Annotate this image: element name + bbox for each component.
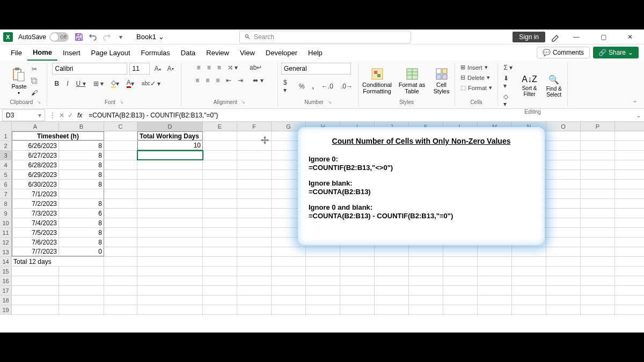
cell[interactable]: [546, 305, 581, 314]
toggle-switch[interactable]: Off: [49, 32, 69, 42]
bold-button[interactable]: B: [52, 79, 61, 88]
cell[interactable]: [272, 305, 306, 314]
maximize-button[interactable]: ▢: [592, 29, 614, 45]
cell[interactable]: [512, 247, 546, 256]
cell[interactable]: [104, 305, 137, 314]
row-header[interactable]: 18: [0, 295, 12, 305]
find-select-button[interactable]: 🔍 Find & Select: [544, 75, 564, 98]
cell[interactable]: [237, 295, 272, 305]
cell[interactable]: [443, 257, 478, 266]
cell[interactable]: [59, 295, 104, 305]
cell[interactable]: [104, 170, 137, 179]
cell[interactable]: 7/3/2023: [12, 209, 59, 218]
cell[interactable]: [237, 218, 272, 227]
row-header[interactable]: 8: [0, 199, 12, 208]
cell[interactable]: [237, 305, 272, 314]
cell[interactable]: [137, 199, 203, 208]
cut-icon[interactable]: ✂: [29, 64, 40, 74]
orientation-icon[interactable]: ⤭ ▾: [225, 63, 240, 72]
tab-data[interactable]: Data: [175, 46, 201, 60]
row-header[interactable]: 6: [0, 180, 12, 189]
cell[interactable]: [546, 228, 581, 237]
cell[interactable]: [104, 286, 137, 295]
search-input[interactable]: 🔍︎ Search: [239, 31, 411, 43]
cell[interactable]: [104, 267, 137, 276]
paste-button[interactable]: Paste ▾: [11, 67, 26, 95]
cell[interactable]: 8: [59, 160, 104, 169]
row-header[interactable]: 15: [0, 267, 12, 276]
cell[interactable]: [306, 286, 340, 295]
cell[interactable]: [237, 247, 272, 256]
cell[interactable]: [237, 209, 272, 218]
cell[interactable]: [409, 276, 443, 285]
row-header[interactable]: 11: [0, 228, 12, 237]
cell[interactable]: [59, 189, 104, 198]
col-header[interactable]: O: [546, 122, 581, 131]
cell[interactable]: Total 12 days: [12, 257, 104, 266]
cell[interactable]: [237, 189, 272, 198]
format-painter-icon[interactable]: 🖌: [29, 88, 40, 98]
cell[interactable]: [581, 276, 615, 285]
cell[interactable]: [409, 286, 443, 295]
cell[interactable]: [203, 257, 237, 266]
cell[interactable]: Total Working Days: [137, 131, 203, 141]
cell[interactable]: [546, 141, 581, 150]
cell[interactable]: [137, 286, 203, 295]
cell[interactable]: [59, 305, 104, 314]
cell[interactable]: [203, 199, 237, 208]
cell[interactable]: [443, 247, 478, 256]
cell[interactable]: [581, 209, 615, 218]
cell[interactable]: [272, 295, 306, 305]
cell[interactable]: [581, 141, 615, 150]
tab-review[interactable]: Review: [201, 46, 235, 60]
conditional-formatting-button[interactable]: Conditional Formatting: [361, 68, 393, 94]
cell[interactable]: [203, 218, 237, 227]
col-header[interactable]: F: [237, 122, 272, 131]
save-icon[interactable]: [74, 32, 84, 42]
cell[interactable]: [546, 257, 581, 266]
cell[interactable]: 7/7/2023: [12, 247, 59, 256]
cell[interactable]: [104, 131, 137, 141]
expand-formula-bar-icon[interactable]: ⌄: [633, 112, 644, 119]
cell[interactable]: [375, 286, 409, 295]
cell[interactable]: [443, 305, 478, 314]
row-header[interactable]: 10: [0, 218, 12, 227]
cell[interactable]: [104, 189, 137, 198]
tab-page-layout[interactable]: Page Layout: [86, 46, 136, 60]
percent-icon[interactable]: %: [297, 78, 307, 95]
font-color-button[interactable]: A ▾: [125, 78, 136, 89]
cell[interactable]: [306, 257, 340, 266]
cell[interactable]: 6/26/2023: [12, 141, 59, 150]
name-box[interactable]: D3▾: [2, 109, 45, 121]
cell[interactable]: [104, 247, 137, 256]
cell[interactable]: [104, 276, 137, 285]
font-size-select[interactable]: [129, 63, 150, 75]
cell[interactable]: [203, 305, 237, 314]
cell[interactable]: [203, 189, 237, 198]
row-header[interactable]: 9: [0, 209, 12, 218]
cell[interactable]: [546, 247, 581, 256]
cell[interactable]: [546, 160, 581, 169]
cell[interactable]: [137, 170, 203, 179]
cell[interactable]: [137, 257, 203, 266]
cell[interactable]: 7/1/2023: [12, 189, 59, 198]
cell[interactable]: 6/28/2023: [12, 160, 59, 169]
cell[interactable]: [237, 160, 272, 169]
cell[interactable]: [59, 267, 104, 276]
cell[interactable]: [478, 286, 512, 295]
cell[interactable]: [581, 228, 615, 237]
minimize-button[interactable]: —: [566, 29, 587, 45]
cell[interactable]: [340, 257, 375, 266]
cell[interactable]: [104, 257, 137, 266]
cell[interactable]: [104, 238, 137, 247]
cell[interactable]: 7/5/2023: [12, 228, 59, 237]
row-header[interactable]: 13: [0, 247, 12, 256]
cell[interactable]: [203, 238, 237, 247]
cell[interactable]: [443, 276, 478, 285]
cell[interactable]: [340, 267, 375, 276]
autosum-icon[interactable]: Σ ▾: [501, 63, 515, 72]
cell[interactable]: [581, 199, 615, 208]
cell[interactable]: 10: [137, 141, 203, 150]
cell[interactable]: [237, 199, 272, 208]
cell[interactable]: [104, 228, 137, 237]
